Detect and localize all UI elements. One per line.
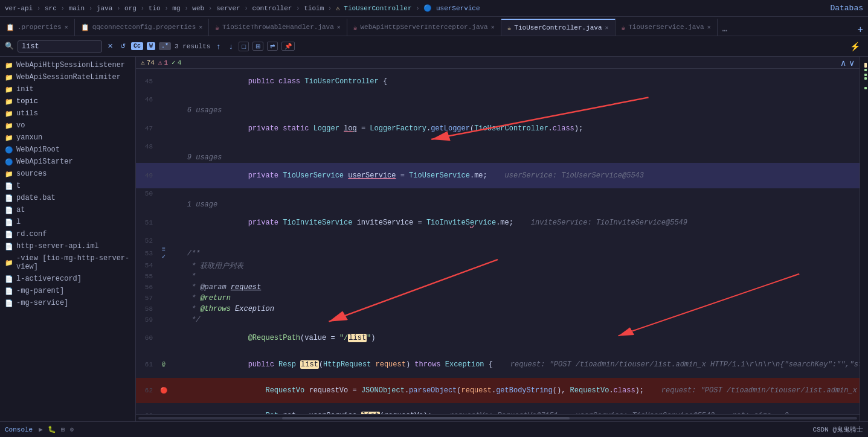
line-code: private TioUserService userService = Tio… [167, 163, 860, 188]
line-code: * 获取用户列表 [167, 260, 860, 271]
folder-icon: 📁 [5, 122, 13, 130]
line-gutter [160, 293, 167, 304]
line-gutter [160, 105, 167, 116]
terminal-icon[interactable]: ⊞ [61, 426, 65, 433]
tab-close[interactable]: ✕ [707, 24, 711, 31]
new-tab-button[interactable]: + [857, 25, 863, 36]
table-row: 50 [136, 188, 860, 199]
horizontal-scrollbar[interactable] [136, 414, 860, 421]
clear-search-button[interactable]: ✕ [106, 41, 115, 51]
expand-button[interactable]: ⊞ [252, 42, 263, 51]
file-icon: 📄 [5, 206, 13, 214]
line-gutter [160, 69, 167, 94]
sidebar-item-yanxun[interactable]: 📁 yanxun [0, 132, 135, 144]
tab-icon: ☕ [507, 24, 512, 32]
sidebar-item-WebApiStarter[interactable]: 🔵 WebApiStarter [0, 156, 135, 168]
line-gutter: @ [160, 351, 167, 378]
search-bar: 🔍 ✕ ↺ Cc W .* 3 results ↑ ↓ □ ⊞ ⇌ 📌 ⚡ [0, 36, 868, 57]
sidebar-item-WebApiRoot[interactable]: 🔵 WebApiRoot [0, 144, 135, 156]
wrap-button[interactable]: ⇌ [267, 42, 278, 51]
tab-close[interactable]: ✕ [491, 24, 495, 31]
sidebar-item-vo[interactable]: 📁 vo [0, 120, 135, 132]
tab-close-active[interactable]: ✕ [605, 24, 609, 31]
tab-userservice[interactable]: ☕ TioUserService.java ✕ [616, 19, 718, 36]
code-table: 45 public class TioUserController { 46 [136, 69, 860, 414]
run-icon[interactable]: ▶ [39, 426, 43, 433]
line-gutter [160, 403, 167, 414]
minimap[interactable] [860, 57, 868, 421]
search-input[interactable] [22, 42, 58, 51]
tab-qqconnect[interactable]: 📋 qqconnectconfig.properties ✕ [75, 19, 210, 36]
tab-close[interactable]: ✕ [65, 24, 68, 31]
tab-properties[interactable]: 📋 .properties ✕ [0, 19, 75, 36]
table-row: 51 private TioInviteService inviteServic… [136, 210, 860, 235]
sidebar-item-l[interactable]: 📄 l [0, 216, 135, 228]
table-row: 54 * 获取用户列表 [136, 260, 860, 271]
sidebar-item-label: init [16, 85, 34, 94]
settings-icon[interactable]: ⚙ [69, 426, 74, 433]
line-gutter [160, 304, 167, 314]
sidebar-item-utils[interactable]: 📁 utils [0, 107, 135, 120]
close-in-editor-button[interactable]: □ [239, 42, 249, 51]
line-code: * @param request [167, 282, 860, 293]
line-gutter [160, 163, 167, 188]
sidebar-item-at[interactable]: 📄 at [0, 204, 135, 216]
folder-icon: 📁 [5, 62, 13, 69]
sidebar-item-t[interactable]: 📄 t [0, 180, 135, 192]
tab-close[interactable]: ✕ [337, 24, 341, 31]
tab-interceptor[interactable]: ☕ WebApiHttpServerInterceptor.java ✕ [347, 19, 501, 36]
database-icon[interactable]: Databas [830, 4, 863, 13]
table-row: 47 private static Logger log = LoggerFac… [136, 116, 860, 141]
line-number [136, 105, 160, 116]
pin-button[interactable]: 📌 [281, 42, 295, 51]
sidebar-item-WebApiHttpSessionListener[interactable]: 📁 WebApiHttpSessionListener [0, 59, 135, 71]
table-row: 60 @RequestPath(value = "/list") [136, 325, 860, 351]
console-label[interactable]: Console [5, 426, 33, 433]
sidebar-item-topic[interactable]: 📁 topic [0, 95, 135, 107]
warning-icon: ⚠ [141, 59, 145, 66]
next-result-button[interactable]: ↓ [227, 41, 236, 51]
sidebar-item-label: utils [16, 109, 38, 118]
sidebar-item-rdconf[interactable]: 📄 rd.conf [0, 228, 135, 240]
sidebar-item-parent[interactable]: 📄 -mg-parent] [0, 285, 135, 297]
folder-icon: 📁 [5, 259, 13, 267]
line-code: private TioInviteService inviteService =… [167, 210, 860, 235]
line-gutter [160, 282, 167, 293]
prev-result-button[interactable]: ↑ [214, 41, 223, 51]
line-number: 60 [136, 325, 160, 351]
filter-button[interactable]: ⚡ [847, 40, 863, 53]
next-warning-button[interactable]: ∨ [849, 58, 855, 68]
tab-icon: 📋 [6, 24, 14, 31]
search-icon: 🔍 [5, 42, 14, 51]
debug-icon[interactable]: 🐛 [48, 426, 56, 433]
regex-badge[interactable]: .* [159, 42, 171, 50]
folder-icon: 📁 [5, 98, 13, 106]
tab-usercontroller[interactable]: ☕ TioUserController.java ✕ [501, 19, 616, 36]
tab-close[interactable]: ✕ [199, 24, 202, 31]
table-row: 48 [136, 141, 860, 152]
sidebar-item-WebApiSessionRateLimiter[interactable]: 📁 WebApiSessionRateLimiter [0, 71, 135, 83]
tab-throwable[interactable]: ☕ TioSiteThrowableHandler.java ✕ [209, 19, 347, 36]
line-code: /** [167, 246, 860, 260]
whole-word-badge[interactable]: W [147, 42, 155, 50]
tab-more-button[interactable]: ⋯ [719, 25, 731, 36]
line-gutter: ≡ ✓ [160, 246, 167, 260]
sidebar-item-sources[interactable]: 📁 sources [0, 168, 135, 180]
sidebar-item-pdate[interactable]: 📄 pdate.bat [0, 192, 135, 204]
tab-icon: 📋 [81, 24, 89, 31]
prev-warning-button[interactable]: ∧ [840, 58, 846, 68]
sidebar-item-label: WebApiSessionRateLimiter [16, 73, 121, 81]
code-container[interactable]: 45 public class TioUserController { 46 [136, 69, 860, 414]
sidebar-item-iml[interactable]: 📄 http-server-api.iml [0, 240, 135, 252]
sidebar-item-view[interactable]: 📁 -view [tio-mg-http-server-view] [0, 252, 135, 273]
line-code: */ [167, 314, 860, 325]
folder-icon: 📁 [5, 110, 13, 118]
sidebar-item-activerecord[interactable]: 📄 l-activerecord] [0, 273, 135, 285]
sidebar-item-mgservice[interactable]: 📄 -mg-service] [0, 297, 135, 309]
case-sensitive-badge[interactable]: Cc [131, 42, 143, 50]
tab-label: .properties [18, 24, 62, 31]
sidebar-item-init[interactable]: 📁 init [0, 83, 135, 95]
search-history-button[interactable]: ↺ [118, 41, 127, 51]
warning-bar: ⚠ 74 ⚠ 1 ✓ 4 ∧ ∨ [136, 57, 860, 69]
tab-label: TioSiteThrowableHandler.java [222, 24, 334, 31]
